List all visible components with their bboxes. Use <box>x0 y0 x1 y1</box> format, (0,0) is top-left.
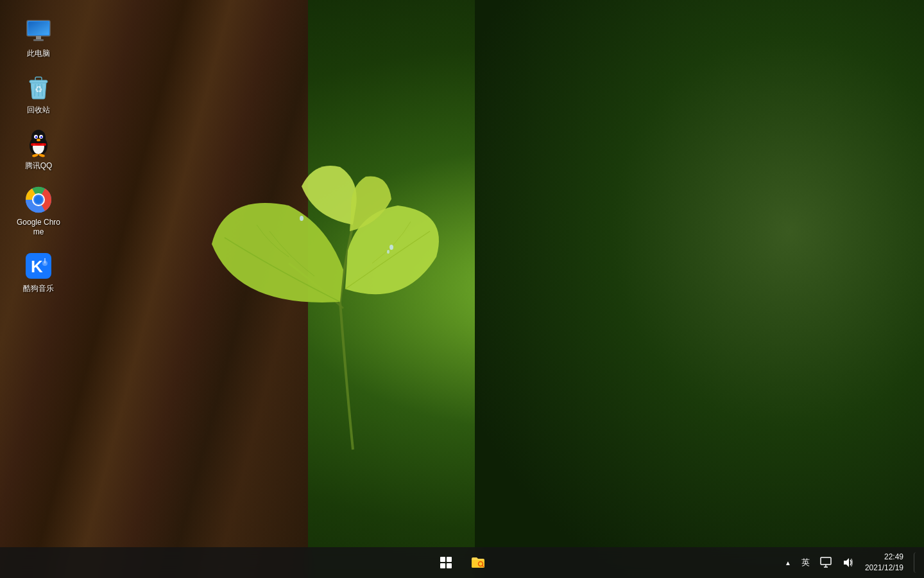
leaf-image <box>186 161 520 482</box>
svg-point-28 <box>35 196 42 204</box>
show-hidden-arrow-icon: ▲ <box>785 559 791 566</box>
svg-rect-21 <box>31 143 46 146</box>
svg-point-1 <box>387 250 389 254</box>
chrome-icon <box>23 184 54 215</box>
windows-logo-icon <box>440 557 452 568</box>
svg-point-0 <box>389 245 393 250</box>
kuwo-icon: K <box>23 250 54 281</box>
bg-right <box>475 0 924 578</box>
kuwo-label: 酷狗音乐 <box>23 284 54 294</box>
my-computer-label: 此电脑 <box>27 49 50 59</box>
my-computer-icon <box>23 15 54 46</box>
desktop-icons: 此电脑 ♻ 回收站 <box>0 0 77 310</box>
svg-point-15 <box>31 130 46 145</box>
svg-rect-34 <box>821 557 831 565</box>
chrome-label: Google Chrome <box>13 218 64 238</box>
svg-text:K: K <box>31 257 43 276</box>
desktop-icon-tencent-qq[interactable]: 腾讯QQ <box>10 123 67 177</box>
svg-point-18 <box>35 136 37 138</box>
svg-rect-8 <box>30 80 47 83</box>
desktop-icon-google-chrome[interactable]: Google Chrome <box>10 179 67 243</box>
file-explorer-button[interactable] <box>463 550 493 575</box>
svg-rect-7 <box>33 39 44 41</box>
file-explorer-icon <box>470 555 486 570</box>
show-hidden-icons-button[interactable]: ▲ <box>781 557 795 569</box>
volume-button[interactable] <box>838 554 857 571</box>
language-text: 英 <box>801 557 810 568</box>
volume-icon <box>842 557 853 568</box>
clock[interactable]: 22:49 2021/12/19 <box>860 550 909 575</box>
clock-date: 2021/12/19 <box>865 563 903 574</box>
svg-point-2 <box>300 216 304 221</box>
svg-text:♻: ♻ <box>35 84 43 94</box>
taskbar: ▲ 英 <box>0 547 924 578</box>
svg-rect-6 <box>36 36 41 39</box>
start-button[interactable] <box>431 550 461 575</box>
network-button[interactable] <box>816 554 835 571</box>
clock-time: 22:49 <box>884 552 903 563</box>
desktop: 此电脑 ♻ 回收站 <box>0 0 924 578</box>
svg-rect-5 <box>28 22 49 35</box>
qq-label: 腾讯QQ <box>25 161 53 171</box>
svg-point-20 <box>37 139 40 141</box>
desktop-icon-recycle-bin[interactable]: ♻ 回收站 <box>10 67 67 121</box>
recycle-bin-label: 回收站 <box>27 105 50 116</box>
qq-icon <box>23 128 54 159</box>
taskbar-right: ▲ 英 <box>781 550 924 575</box>
network-icon <box>820 557 832 568</box>
desktop-icon-kuwo-music[interactable]: K 酷狗音乐 <box>10 245 67 299</box>
show-desktop-button[interactable] <box>914 552 919 573</box>
svg-point-19 <box>40 136 42 138</box>
desktop-icon-my-computer[interactable]: 此电脑 <box>10 10 67 64</box>
language-indicator[interactable]: 英 <box>798 554 814 571</box>
taskbar-center <box>431 550 493 575</box>
recycle-bin-icon: ♻ <box>23 72 54 103</box>
